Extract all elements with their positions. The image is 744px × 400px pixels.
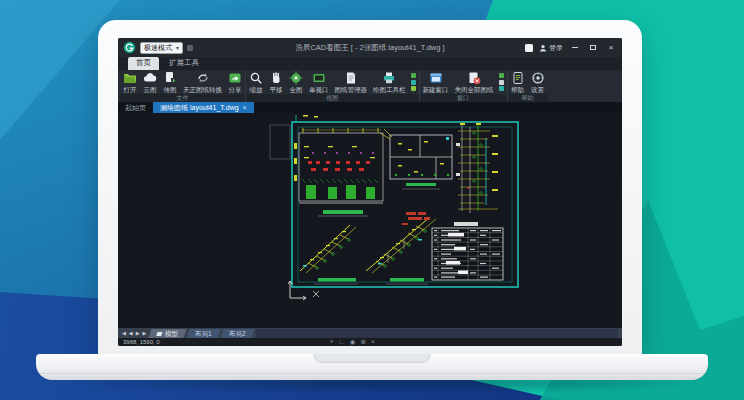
new-window-button[interactable]: 新建窗口 (420, 71, 452, 93)
app-window: 极速模式 ▾ 浩辰CAD看图王 [ - 2张图纸 layout41_T.dwg … (118, 38, 622, 346)
layout-nav-prev-icon[interactable]: ◀ (129, 330, 134, 336)
ribbon-group-view: 缩放 平移 (246, 70, 420, 102)
laptop-notch (313, 354, 431, 363)
minimize-button[interactable] (569, 42, 581, 54)
ribbon-group-file: 打开 云图 传图 (120, 70, 246, 102)
tab-model[interactable]: 模型 (149, 329, 187, 338)
layout-nav-last-icon[interactable]: ▶ (143, 330, 148, 336)
pan-icon (269, 71, 283, 85)
full-extent-icon (289, 71, 303, 85)
close-tab-icon[interactable]: × (243, 104, 247, 111)
ribbon-group-label-file: 文件 (120, 94, 245, 102)
close-button[interactable]: × (605, 42, 617, 54)
app-logo-icon (123, 41, 136, 54)
settings-button[interactable]: 设置 (528, 71, 548, 93)
laptop-base-seam (36, 373, 708, 374)
titlebar: 极速模式 ▾ 浩辰CAD看图王 [ - 2张图纸 layout41_T.dwg … (118, 38, 622, 57)
tianzheng-convert-button[interactable]: 天正图纸转换 (180, 71, 225, 93)
cad-materials-table (432, 222, 503, 280)
ribbon-group-help: 帮助 设置 帮助 (508, 70, 548, 102)
cad-drawing (118, 113, 622, 328)
upload-button[interactable]: 传图 (160, 71, 180, 93)
close-all-button[interactable]: 关闭全部图纸 (452, 71, 497, 93)
settings-icon (531, 71, 545, 85)
mode-select-dropdown[interactable]: 极速模式 ▾ (140, 42, 183, 54)
ortho-icon[interactable]: ∟ (338, 338, 344, 346)
cloud-icon (143, 71, 157, 85)
tab-home[interactable]: 首页 (128, 57, 159, 70)
layout-nav-next-icon[interactable]: ▶ (136, 330, 141, 336)
sheet-manager-button[interactable]: 图纸管理器 (332, 71, 371, 93)
help-icon (511, 71, 525, 85)
promo-icon[interactable] (525, 44, 533, 52)
tab-layout1[interactable]: 布局1 (187, 329, 221, 338)
ucs-axis-icon (288, 281, 306, 300)
layout-bar-filler (256, 329, 618, 338)
cad-floor-plan (380, 129, 452, 189)
grid-icon[interactable]: ◉ (350, 338, 356, 346)
drawing-tab-bar: 起始页 测绘图纸 layout41_T.dwg × (118, 102, 622, 113)
mini-tool-icon[interactable] (499, 80, 504, 85)
snap-icon[interactable]: + (330, 338, 334, 346)
cad-section-elevation (294, 128, 383, 216)
close-all-icon (467, 71, 481, 85)
sheet-manager-icon (344, 71, 358, 85)
zoom-button[interactable]: 缩放 (246, 71, 266, 93)
mode-select-value: 极速模式 (144, 43, 172, 53)
mini-tool-icon[interactable] (499, 86, 504, 91)
ribbon-group-window: 新建窗口 关闭全部图纸 (420, 70, 508, 102)
clear-icon[interactable]: × (371, 338, 375, 346)
cad-canvas[interactable] (118, 113, 622, 328)
ribbon-group-label-window: 窗口 (420, 94, 507, 102)
layout-tab-bar: ◀ ◀ ▶ ▶ 模型 布局1 布局2 (118, 328, 622, 338)
osnap-icon[interactable]: ⊕ (361, 338, 366, 346)
layout-nav-first-icon[interactable]: ◀ (122, 330, 127, 336)
full-extent-button[interactable]: 全图 (286, 71, 306, 93)
model-sheet-icon (157, 331, 163, 335)
viewport-icon (312, 71, 326, 85)
login-label: 登录 (549, 43, 563, 53)
ribbon-toolbar: 打开 云图 传图 (118, 70, 622, 102)
upload-icon (163, 71, 177, 85)
cad-isometric-left (300, 225, 358, 284)
chevron-down-icon: ▾ (176, 44, 179, 51)
mini-tool-icon[interactable] (411, 86, 416, 91)
share-button[interactable]: 分享 (225, 71, 245, 93)
user-icon (539, 44, 547, 52)
draw-toolbar-button[interactable]: 绘图工具栏 (370, 71, 409, 93)
help-button[interactable]: 帮助 (508, 71, 528, 93)
folder-open-icon (123, 71, 137, 85)
minimize-icon (572, 47, 578, 49)
hero-banner: 极速模式 ▾ 浩辰CAD看图王 [ - 2张图纸 layout41_T.dwg … (0, 0, 744, 400)
mini-tool-icon[interactable] (411, 80, 416, 85)
draw-toolbar-icon (382, 71, 396, 85)
mini-tools-stack-1[interactable] (409, 73, 419, 91)
ribbon-group-label-view: 视图 (246, 94, 419, 102)
share-icon (228, 71, 242, 85)
cloud-button[interactable]: 云图 (140, 71, 160, 93)
pin-mode-button[interactable] (187, 45, 193, 51)
zoom-icon (249, 71, 263, 85)
open-button[interactable]: 打开 (120, 71, 140, 93)
laptop-screen-bezel: 极速模式 ▾ 浩辰CAD看图王 [ - 2张图纸 layout41_T.dwg … (98, 20, 642, 356)
maximize-button[interactable] (587, 42, 599, 54)
mini-tool-icon[interactable] (411, 73, 416, 78)
status-bar: 3968, 1590, 0 + ∟ ◉ ⊕ × (118, 338, 622, 346)
tab-layout2[interactable]: 布局2 (221, 329, 255, 338)
tab-extended-tools[interactable]: 扩展工具 (161, 57, 207, 70)
pan-button[interactable]: 平移 (266, 71, 286, 93)
convert-icon (196, 71, 210, 85)
tab-drawing-file[interactable]: 测绘图纸 layout41_T.dwg × (153, 102, 254, 113)
cad-isometric-right (366, 212, 436, 284)
viewport-button[interactable]: 单视口 (306, 71, 332, 93)
cursor-coordinates: 3968, 1590, 0 (123, 339, 160, 345)
login-button[interactable]: 登录 (539, 43, 563, 53)
cad-riser-diagram (456, 123, 498, 213)
mini-tool-icon[interactable] (499, 73, 504, 78)
laptop-base (36, 354, 708, 380)
mini-tools-stack-2[interactable] (497, 73, 507, 91)
close-icon: × (609, 44, 614, 52)
tab-start-page[interactable]: 起始页 (118, 102, 153, 113)
menu-tab-row: 首页 扩展工具 (118, 57, 622, 70)
maximize-icon (590, 45, 596, 50)
